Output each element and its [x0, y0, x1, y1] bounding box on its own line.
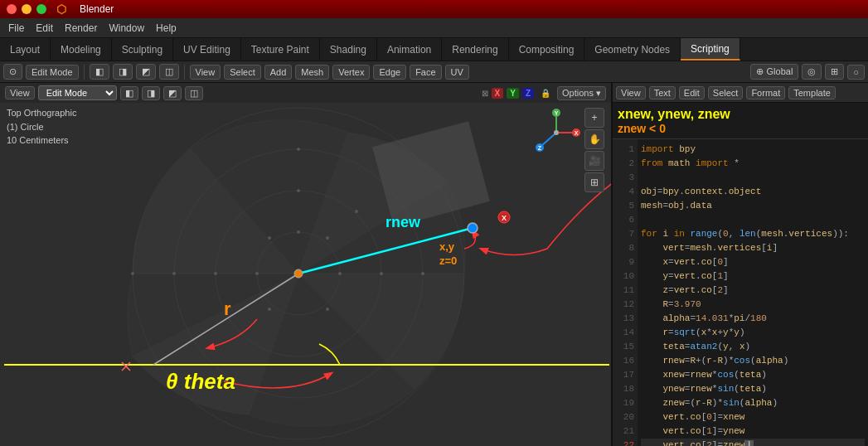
menu-bar: File Edit Render Window Help	[0, 18, 868, 38]
menu-edit[interactable]: Edit	[31, 21, 58, 36]
edit-mode-selector[interactable]: Edit Mode	[26, 65, 79, 80]
code-line-20: vert.co[0]=xnew	[641, 410, 865, 424]
line-num-9: 9	[613, 255, 638, 269]
vertex-button[interactable]: Vertex	[332, 65, 370, 80]
code-select-btn[interactable]: Select	[708, 86, 744, 99]
code-line-7: for i in range(0, len(mesh.vertices)):	[641, 227, 865, 241]
pivot-center[interactable]: ◎	[802, 64, 822, 80]
code-edit-btn[interactable]: Edit	[679, 86, 705, 99]
vp-overlay-solid[interactable]: ◨	[142, 86, 160, 100]
options-btn[interactable]: Options ▾	[557, 86, 606, 100]
viewport-header: View Edit Mode Object Mode ◧ ◨ ◩ ◫ ⊠ X Y…	[0, 83, 611, 103]
code-line-5: mesh=obj.data	[641, 199, 865, 213]
tab-rendering[interactable]: Rendering	[442, 38, 508, 61]
svg-point-9	[380, 272, 383, 275]
line-num-3: 3	[613, 171, 638, 185]
viewport-shade-solid[interactable]: ◧	[90, 64, 109, 80]
code-line-21: vert.co[1]=ynew	[641, 424, 865, 439]
grab-tool-btn[interactable]: ✋	[584, 129, 604, 149]
annotation-znew-lt0: znew < 0	[618, 122, 863, 135]
tab-uv-editing[interactable]: UV Editing	[173, 38, 241, 61]
proportional-edit[interactable]: ○	[847, 65, 865, 80]
svg-point-11	[255, 272, 259, 275]
tab-geometry-nodes[interactable]: Geometry Nodes	[584, 38, 681, 61]
camera-tool-btn[interactable]: 🎥	[584, 151, 604, 171]
line-num-17: 17	[613, 368, 638, 382]
select-button[interactable]: Select	[224, 65, 261, 80]
xyz-z-btn[interactable]: Z	[522, 88, 534, 99]
viewport[interactable]: X View Edit Mode Object Mode ◧ ◨ ◩ ◫ ⊠ X…	[0, 83, 611, 446]
line-num-16: 16	[613, 354, 638, 368]
viewport-shade-wire[interactable]: ◫	[159, 64, 179, 80]
code-panel: View Text Edit Select Format Template xn…	[611, 83, 868, 446]
snap-toggle[interactable]: ⊞	[825, 64, 844, 80]
viewport-shade-material[interactable]: ◨	[113, 64, 133, 80]
workspace-tabs: Layout Modeling Sculpting UV Editing Tex…	[0, 38, 868, 61]
code-template-btn[interactable]: Template	[788, 86, 836, 99]
line-num-5: 5	[613, 199, 638, 213]
vp-overlay-render[interactable]: ◫	[185, 86, 203, 100]
mode-icon: ⊙	[3, 64, 22, 80]
svg-point-18	[268, 236, 271, 240]
face-button[interactable]: Face	[410, 65, 441, 80]
code-line-13: alpha=14.031*pi/180	[641, 312, 865, 326]
grid-tool-btn[interactable]: ⊞	[584, 172, 604, 192]
vp-view-btn[interactable]: View	[5, 86, 35, 99]
code-line-3	[641, 171, 865, 185]
edge-button[interactable]: Edge	[373, 65, 406, 80]
tab-layout[interactable]: Layout	[0, 38, 51, 61]
maximize-dot[interactable]	[36, 4, 46, 14]
menu-file[interactable]: File	[3, 21, 29, 36]
lock-icon: 🔒	[541, 89, 550, 98]
toolbar-row: ⊙ Edit Mode ◧ ◨ ◩ ◫ View Select Add Mesh…	[0, 61, 868, 83]
svg-point-8	[338, 272, 342, 275]
tab-scripting[interactable]: Scripting	[681, 38, 740, 61]
main-area: X View Edit Mode Object Mode ◧ ◨ ◩ ◫ ⊠ X…	[0, 83, 868, 446]
separator-2	[184, 65, 185, 80]
view-button[interactable]: View	[190, 65, 221, 80]
line-num-15: 15	[613, 340, 638, 354]
code-format-btn[interactable]: Format	[746, 86, 785, 99]
separator-1	[84, 65, 85, 80]
menu-render[interactable]: Render	[60, 21, 102, 36]
tab-compositing[interactable]: Compositing	[509, 38, 585, 61]
add-tool-btn[interactable]: +	[584, 108, 604, 128]
code-view-btn[interactable]: View	[616, 86, 646, 99]
menu-help[interactable]: Help	[151, 21, 182, 36]
line-num-12: 12	[613, 298, 638, 312]
svg-point-25	[294, 269, 303, 278]
code-text-btn[interactable]: Text	[649, 86, 676, 99]
xyz-x-btn[interactable]: X	[492, 88, 504, 99]
mesh-button[interactable]: Mesh	[295, 65, 329, 80]
code-body[interactable]: 1 2 3 4 5 6 7 8 9 10 11 12 13 14 15 16 1	[613, 139, 868, 446]
tab-texture-paint[interactable]: Texture Paint	[241, 38, 320, 61]
line-num-7: 7	[613, 227, 638, 241]
vp-object-name: (1) Circle	[7, 120, 76, 134]
svg-point-6	[297, 189, 300, 192]
line-num-6: 6	[613, 213, 638, 227]
minimize-dot[interactable]	[22, 4, 32, 14]
svg-line-36	[541, 133, 556, 146]
line-num-19: 19	[613, 396, 638, 410]
vp-overlay-wireframe[interactable]: ◧	[120, 86, 138, 100]
code-text-area[interactable]: import bpy from math import * obj=bpy.co…	[638, 139, 868, 446]
vp-mode-select[interactable]: Edit Mode Object Mode	[38, 85, 117, 100]
tab-animation[interactable]: Animation	[377, 38, 442, 61]
xyz-y-btn[interactable]: Y	[507, 88, 519, 99]
uv-button[interactable]: UV	[445, 65, 469, 80]
svg-point-14	[131, 272, 134, 275]
svg-point-17	[326, 308, 329, 311]
svg-text:Z: Z	[538, 145, 542, 151]
viewport-shade-rendered[interactable]: ◩	[136, 64, 156, 80]
vp-overlay-material[interactable]: ◩	[163, 86, 182, 100]
vp-scale-label: 10 Centimeters	[7, 133, 76, 148]
global-pivot[interactable]: ⊕ Global	[750, 64, 798, 80]
add-button[interactable]: Add	[264, 65, 293, 80]
tab-sculpting[interactable]: Sculpting	[112, 38, 173, 61]
close-dot[interactable]	[7, 4, 17, 14]
svg-point-19	[268, 308, 271, 311]
tab-shading[interactable]: Shading	[320, 38, 377, 61]
tab-modeling[interactable]: Modeling	[51, 38, 112, 61]
line-num-10: 10	[613, 269, 638, 284]
menu-window[interactable]: Window	[104, 21, 149, 36]
